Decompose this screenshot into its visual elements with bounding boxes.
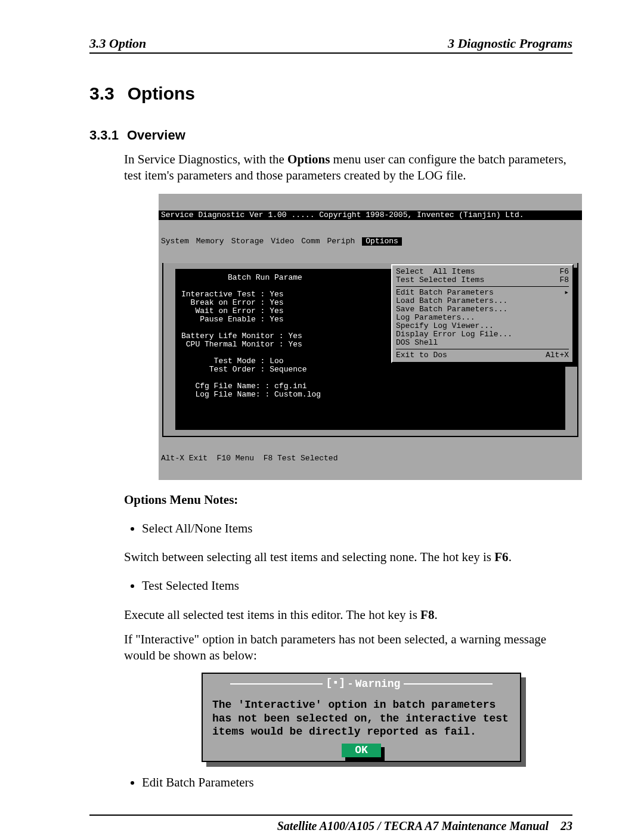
subsection-number: 3.3.1 (89, 128, 119, 143)
dropdown-item[interactable]: Edit Batch Parameters▸ (396, 289, 569, 297)
body-paragraph: If "Interactive" option in batch paramet… (124, 631, 572, 664)
dialog-body: The 'Interactive' option in batch parame… (206, 693, 516, 741)
section-heading: 3.3Options (89, 83, 572, 104)
dos-titlebar: Service Diagnostic Ver 1.00 ..... Copyri… (159, 210, 582, 220)
notes-heading: Options Menu Notes: (124, 492, 572, 508)
list-item: Test Selected Items (142, 578, 572, 594)
subsection-heading: 3.3.1Overview (89, 128, 572, 143)
section-number: 3.3 (89, 83, 114, 103)
dialog-title: [▪] Warning (206, 677, 516, 691)
running-head-right: 3 Diagnostic Programs (448, 36, 572, 51)
dos-menu-periph[interactable]: Periph (327, 237, 355, 246)
dropdown-item[interactable]: Save Batch Parameters... (396, 305, 569, 314)
dos-menu-system[interactable]: System (161, 237, 189, 246)
options-dropdown: Select All ItemsF6Test Selected ItemsF8E… (391, 264, 574, 363)
body-paragraph: Switch between selecting all test items … (124, 549, 572, 565)
warning-dialog: [▪] Warning The 'Interactive' option in … (202, 673, 521, 762)
dropdown-item[interactable]: Load Batch Parameters... (396, 297, 569, 305)
close-icon[interactable]: [▪] (323, 677, 349, 689)
running-head: 3.3 Option 3 Diagnostic Programs (89, 36, 572, 54)
body-paragraph: Execute all selected test items in this … (124, 607, 572, 623)
dos-menu-options[interactable]: Options (362, 237, 402, 246)
dos-menu-comm[interactable]: Comm (301, 237, 320, 246)
ok-button[interactable]: OK (342, 744, 381, 757)
intro-paragraph: In Service Diagnostics, with the Options… (124, 151, 572, 184)
dropdown-item[interactable]: Log Parameters... (396, 314, 569, 322)
running-head-left: 3.3 Option (89, 36, 146, 51)
list-item: Select All/None Items (142, 521, 572, 537)
dropdown-item[interactable]: Exit to DosAlt+X (396, 351, 569, 360)
dos-menu-video[interactable]: Video (271, 237, 294, 246)
dos-statusbar: Alt-X Exit F10 Menu F8 Test Selected (159, 454, 582, 463)
subsection-title: Overview (127, 128, 185, 143)
footer-title: Satellite A100/A105 / TECRA A7 Maintenan… (277, 819, 549, 832)
section-title: Options (128, 83, 195, 103)
dos-screenshot: Service Diagnostic Ver 1.00 ..... Copyri… (159, 194, 582, 480)
dropdown-item[interactable]: Select All ItemsF6 (396, 268, 569, 276)
footer-page-number: 23 (561, 819, 572, 832)
dropdown-item[interactable]: Specify Log Viewer... (396, 322, 569, 330)
dropdown-item[interactable]: Test Selected ItemsF8 (396, 276, 569, 284)
dos-menu-memory[interactable]: Memory (196, 237, 224, 246)
dos-menubar: SystemMemoryStorageVideoCommPeriphOption… (159, 237, 582, 246)
dos-menu-storage[interactable]: Storage (231, 237, 264, 246)
list-item: Edit Batch Parameters (142, 775, 572, 791)
dropdown-item[interactable]: Display Error Log File... (396, 330, 569, 339)
page-footer: Satellite A100/A105 / TECRA A7 Maintenan… (89, 815, 572, 833)
dropdown-item[interactable]: DOS Shell (396, 339, 569, 347)
